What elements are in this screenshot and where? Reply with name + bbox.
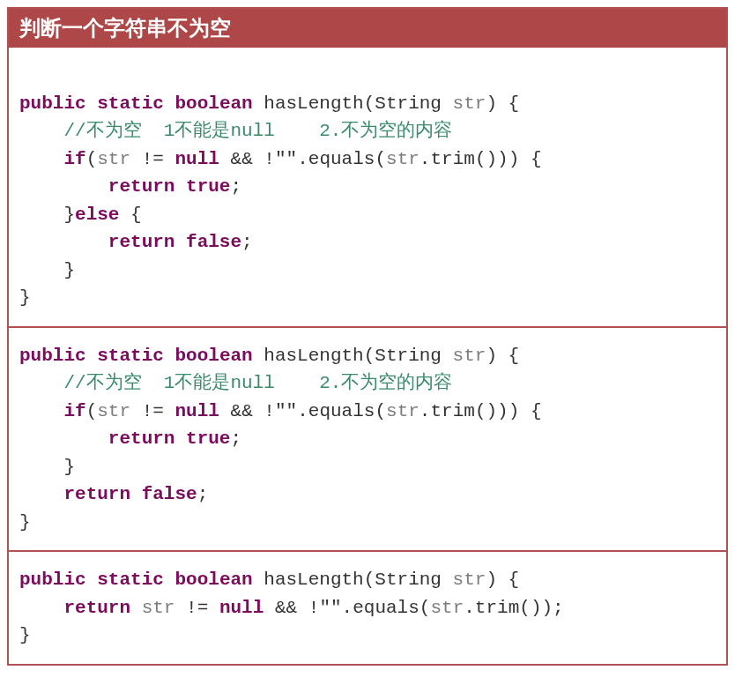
var-str: str [386,149,419,169]
dot: . [464,598,475,618]
brace: { [531,149,542,169]
keyword-public: public [19,570,86,590]
brace: } [63,457,75,477]
keyword-public: public [19,93,86,114]
method-trim: trim [430,401,474,421]
method-equals: equals [353,598,419,618]
var-str: str [430,598,464,618]
op-not: ! [308,598,320,618]
string-empty: "" [275,401,297,421]
dot: . [419,149,431,169]
paren: ( [86,149,98,169]
code-example-container: 判断一个字符串不为空 public static boolean hasLeng… [7,7,728,666]
method-name: hasLength [264,346,363,366]
brace: } [19,625,31,645]
dot: . [297,149,308,169]
paren: ) [486,570,497,590]
keyword-null: null [219,598,264,618]
brace: { [509,93,520,114]
code-block-3: public static boolean hasLength(String s… [9,552,726,664]
var-str: str [453,93,486,114]
string-empty: "" [275,149,297,169]
method-name: hasLength [264,570,363,590]
type-string: String [375,570,442,590]
method-equals: equals [308,149,375,169]
method-trim: trim [475,598,519,618]
keyword-true: true [186,176,230,197]
keyword-false: false [186,232,241,252]
op-neq: != [186,598,208,618]
keyword-return: return [108,176,175,197]
brace: { [531,401,542,421]
section-header: 判断一个字符串不为空 [9,9,726,48]
keyword-static: static [97,570,164,590]
dot: . [297,401,308,421]
var-str: str [453,346,486,366]
keyword-static: static [97,346,164,366]
type-string: String [375,93,442,114]
dot: . [342,598,353,618]
op-neq: != [142,149,164,169]
method-trim: trim [430,149,474,169]
header-title: 判断一个字符串不为空 [19,16,231,40]
keyword-return: return [63,598,130,618]
op-and: && [275,598,297,618]
semicolon: ; [230,176,241,197]
var-str: str [97,149,130,169]
keyword-null: null [175,149,219,169]
op-not: ! [264,401,275,421]
brace: } [19,287,31,308]
keyword-return: return [108,428,175,449]
keyword-static: static [97,93,164,114]
keyword-else: else [75,205,119,225]
keyword-false: false [142,484,197,504]
semicolon: ; [553,598,564,618]
keyword-return: return [108,232,175,252]
brace: } [63,260,75,280]
method-equals: equals [308,401,375,421]
var-str: str [453,570,486,590]
type-string: String [375,346,442,366]
keyword-return: return [63,484,130,504]
paren: ( [364,93,375,114]
keyword-boolean: boolean [174,570,252,590]
keyword-null: null [175,401,219,421]
var-str: str [142,598,175,618]
brace: { [509,570,520,590]
paren: ( [364,570,375,590]
paren: ) [486,346,497,366]
string-empty: "" [319,598,341,618]
semicolon: ; [197,484,209,504]
keyword-true: true [186,428,230,449]
keyword-if: if [63,401,85,421]
op-neq: != [142,401,164,421]
op-and: && [231,401,253,421]
paren: ())) [475,149,519,169]
comment-line: //不为空 1不能是null 2.不为空的内容 [63,373,452,393]
semicolon: ; [241,232,253,252]
code-block-2: public static boolean hasLength(String s… [9,328,726,553]
paren: ())) [475,401,519,421]
brace: { [509,346,520,366]
keyword-public: public [19,346,86,366]
paren: ( [419,598,431,618]
var-str: str [97,401,130,421]
paren: ()) [519,598,553,618]
brace: } [63,205,75,225]
keyword-if: if [63,149,85,169]
paren: ( [86,401,98,421]
comment-line: //不为空 1不能是null 2.不为空的内容 [63,121,452,141]
paren: ) [486,93,497,114]
code-block-1: public static boolean hasLength(String s… [9,48,726,328]
keyword-boolean: boolean [174,93,252,114]
op-and: && [231,149,253,169]
paren: ( [375,149,386,169]
method-name: hasLength [264,93,363,114]
op-not: ! [264,149,275,169]
brace: { [130,205,142,225]
paren: ( [364,346,375,366]
paren: ( [375,401,386,421]
semicolon: ; [230,428,241,449]
brace: } [19,512,31,532]
dot: . [419,401,431,421]
